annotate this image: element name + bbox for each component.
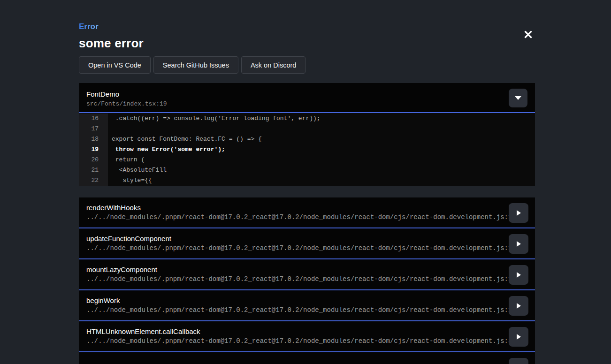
- stack-frame: HTMLUnknownElement.callCallback ../../no…: [79, 321, 535, 352]
- code-listing: 16 .catch((err) => console.log('Error lo…: [79, 113, 535, 186]
- stack-frame-location: ../../node_modules/.pnpm/react-dom@17.0.…: [86, 337, 527, 345]
- stack-frame-function: renderWithHooks: [86, 203, 527, 212]
- line-number: 18: [79, 134, 108, 144]
- line-number: 19: [79, 144, 108, 155]
- code-line: 22 style={{: [79, 175, 535, 186]
- action-button-row: Open in VS Code Search GitHub Issues Ask…: [79, 56, 306, 74]
- expand-stack-frame-button[interactable]: [509, 265, 528, 285]
- stack-frame: mountLazyComponent ../../node_modules/.p…: [79, 259, 535, 290]
- line-code-text: style={{: [108, 175, 152, 186]
- code-frame-source-location: src/Fonts/index.tsx:19: [86, 100, 527, 108]
- close-icon: [524, 30, 533, 39]
- code-line: 20 return (: [79, 155, 535, 165]
- expand-stack-frame-button[interactable]: [509, 203, 528, 223]
- chevron-right-icon: [517, 210, 521, 216]
- expand-stack-frame-button[interactable]: [509, 296, 528, 316]
- line-code-text: export const FontDemo: React.FC = () => …: [108, 134, 262, 144]
- chevron-down-icon: [515, 96, 521, 100]
- line-number: 22: [79, 175, 108, 186]
- stack-frame: updateFunctionComponent ../../node_modul…: [79, 228, 535, 259]
- expand-stack-frame-button[interactable]: [509, 358, 528, 364]
- line-number: 21: [79, 165, 108, 175]
- line-code-text: [108, 124, 112, 134]
- line-code-text: return (: [108, 155, 145, 165]
- stack-frame-location: ../../node_modules/.pnpm/react-dom@17.0.…: [86, 275, 527, 283]
- expand-stack-frame-button[interactable]: [509, 234, 528, 254]
- chevron-right-icon: [517, 241, 521, 247]
- stack-frame-function: HTMLUnknownElement.callCallback: [86, 327, 527, 336]
- error-message-title: some error: [79, 36, 144, 51]
- code-line: 18 export const FontDemo: React.FC = () …: [79, 134, 535, 144]
- code-frame-panel: FontDemo src/Fonts/index.tsx:19 16 .catc…: [79, 83, 535, 186]
- line-number: 17: [79, 124, 108, 134]
- ask-on-discord-button[interactable]: Ask on Discord: [241, 56, 306, 74]
- stack-frame-location: ../../node_modules/.pnpm/react-dom@17.0.…: [86, 244, 527, 252]
- code-line: 21 <AbsoluteFill: [79, 165, 535, 175]
- stack-frame-list: renderWithHooks ../../node_modules/.pnpm…: [79, 197, 535, 364]
- chevron-right-icon: [517, 303, 521, 309]
- line-code-text: <AbsoluteFill: [108, 165, 167, 175]
- stack-frame-function: beginWork: [86, 296, 527, 305]
- search-github-issues-button[interactable]: Search GitHub Issues: [153, 56, 238, 74]
- error-type-label: Error: [79, 22, 99, 31]
- close-button[interactable]: [521, 27, 535, 41]
- expand-stack-frame-button[interactable]: [509, 327, 528, 347]
- code-line: 16 .catch((err) => console.log('Error lo…: [79, 114, 535, 124]
- chevron-right-icon: [517, 334, 521, 340]
- open-in-vscode-button[interactable]: Open in VS Code: [79, 56, 151, 74]
- code-frame-header: FontDemo src/Fonts/index.tsx:19: [79, 83, 535, 113]
- collapse-code-frame-button[interactable]: [509, 89, 527, 107]
- line-code-text: .catch((err) => console.log('Error loadi…: [108, 114, 321, 124]
- line-code-text: throw new Error('some error');: [108, 144, 225, 155]
- code-line: 17: [79, 124, 535, 134]
- code-line: 19 throw new Error('some error');: [79, 144, 535, 155]
- line-number: 16: [79, 114, 108, 124]
- stack-frame-location: ../../node_modules/.pnpm/react-dom@17.0.…: [86, 306, 527, 314]
- stack-frame: [79, 352, 535, 364]
- chevron-right-icon: [517, 272, 521, 278]
- line-number: 20: [79, 155, 108, 165]
- stack-frame-function: updateFunctionComponent: [86, 234, 527, 243]
- stack-frame-function: mountLazyComponent: [86, 265, 527, 274]
- code-frame-function-name: FontDemo: [86, 90, 527, 99]
- stack-frame-location: ../../node_modules/.pnpm/react-dom@17.0.…: [86, 213, 527, 221]
- stack-frame: beginWork ../../node_modules/.pnpm/react…: [79, 290, 535, 321]
- stack-frame: renderWithHooks ../../node_modules/.pnpm…: [79, 197, 535, 228]
